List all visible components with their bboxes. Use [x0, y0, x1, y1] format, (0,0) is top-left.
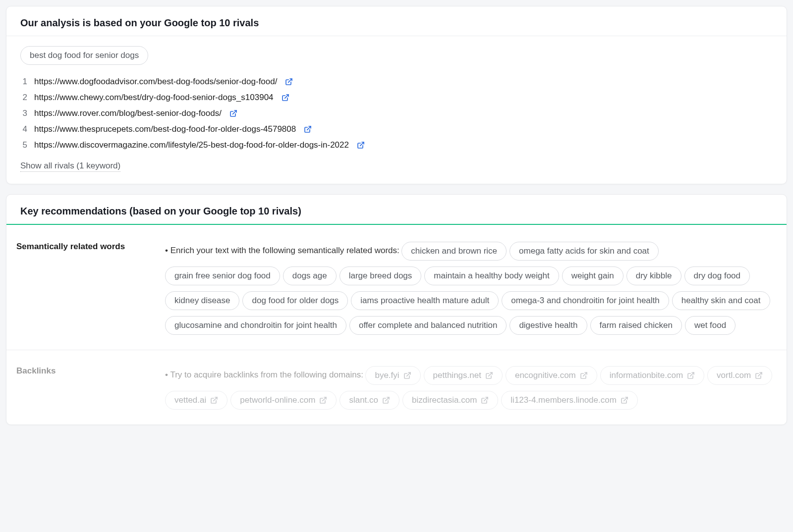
rivals-list: 1https://www.dogfoodadvisor.com/best-dog…: [20, 74, 773, 153]
backlink-domain-pill[interactable]: petthings.net: [424, 366, 503, 385]
backlink-domain-pill[interactable]: vetted.ai: [165, 391, 227, 410]
backlink-domain-text: bizdirectasia.com: [412, 395, 477, 405]
analysis-card: Our analysis is based on your Google top…: [6, 6, 787, 184]
backlinks-label: Backlinks: [16, 363, 165, 376]
backlink-domain-pill[interactable]: li123-4.members.linode.com: [501, 391, 638, 410]
backlinks-lead: Try to acquire backlinks from the follow…: [165, 370, 363, 379]
external-link-icon[interactable]: [621, 396, 628, 404]
semantic-row: Semantically related words Enrich your t…: [6, 235, 787, 350]
backlink-domain-pill[interactable]: encognitive.com: [506, 366, 597, 385]
external-link-icon[interactable]: [304, 125, 312, 133]
semantic-word-pill[interactable]: healthy skin and coat: [672, 291, 770, 310]
rival-url[interactable]: https://www.discovermagazine.com/lifesty…: [34, 140, 349, 150]
rival-number: 3: [20, 108, 27, 118]
semantic-lead: Enrich your text with the following sema…: [165, 246, 399, 255]
external-link-icon[interactable]: [403, 372, 411, 379]
backlink-domain-pill[interactable]: bizdirectasia.com: [402, 391, 498, 410]
external-link-icon[interactable]: [485, 372, 493, 379]
semantic-word-pill[interactable]: maintain a healthy body weight: [424, 266, 559, 285]
rival-row: 3https://www.rover.com/blog/best-senior-…: [20, 106, 773, 121]
backlink-domain-text: vetted.ai: [174, 395, 206, 405]
semantic-word-pill[interactable]: grain free senior dog food: [165, 266, 280, 285]
semantic-word-pill[interactable]: dog food for older dogs: [242, 291, 348, 310]
external-link-icon[interactable]: [285, 78, 293, 86]
rival-row: 2https://www.chewy.com/best/dry-dog-food…: [20, 90, 773, 106]
backlink-domain-pill[interactable]: petworld-online.com: [230, 391, 337, 410]
backlink-domain-text: vortl.com: [717, 371, 751, 380]
semantic-word-pill[interactable]: dry dog food: [684, 266, 750, 285]
external-link-icon[interactable]: [580, 372, 588, 379]
backlink-domain-text: petthings.net: [433, 371, 481, 380]
recommendations-title: Key recommendations (based on your Googl…: [20, 206, 773, 217]
rival-number: 5: [20, 140, 27, 150]
external-link-icon[interactable]: [357, 141, 365, 149]
semantic-word-pill[interactable]: weight gain: [562, 266, 623, 285]
semantic-word-pill[interactable]: digestive health: [510, 316, 587, 335]
rival-row: 1https://www.dogfoodadvisor.com/best-dog…: [20, 74, 773, 90]
rival-row: 5https://www.discovermagazine.com/lifest…: [20, 137, 773, 153]
semantic-word-pill[interactable]: iams proactive health mature adult: [351, 291, 499, 310]
semantic-word-pill[interactable]: glucosamine and chondroitin for joint he…: [165, 316, 346, 335]
semantic-word-pill[interactable]: large breed dogs: [340, 266, 422, 285]
external-link-icon[interactable]: [229, 109, 237, 117]
backlink-domain-text: petworld-online.com: [240, 395, 315, 405]
recommendations-card: Key recommendations (based on your Googl…: [6, 194, 787, 425]
backlink-domain-text: informationbite.com: [610, 371, 683, 380]
backlink-domain-pill[interactable]: bye.fyi: [365, 366, 420, 385]
backlink-domain-pill[interactable]: informationbite.com: [600, 366, 704, 385]
semantic-word-pill[interactable]: offer complete and balanced nutrition: [349, 316, 507, 335]
backlink-domain-pill[interactable]: vortl.com: [707, 366, 772, 385]
rival-number: 4: [20, 124, 27, 134]
analysis-title: Our analysis is based on your Google top…: [20, 17, 773, 29]
semantic-word-pill[interactable]: kidney disease: [165, 291, 239, 310]
backlink-domain-text: encognitive.com: [515, 371, 576, 380]
external-link-icon[interactable]: [210, 396, 218, 404]
external-link-icon[interactable]: [319, 396, 327, 404]
semantic-word-pill[interactable]: omega-3 and chondroitin for joint health: [502, 291, 669, 310]
keyword-chip[interactable]: best dog food for senior dogs: [20, 46, 148, 65]
backlinks-row: Backlinks Try to acquire backlinks from …: [6, 359, 787, 425]
backlink-domain-pill[interactable]: slant.co: [340, 391, 399, 410]
external-link-icon[interactable]: [687, 372, 695, 379]
backlink-domain-text: bye.fyi: [375, 371, 399, 380]
rival-url[interactable]: https://www.thesprucepets.com/best-dog-f…: [34, 124, 296, 134]
rival-url[interactable]: https://www.chewy.com/best/dry-dog-food-…: [34, 93, 274, 103]
rival-url[interactable]: https://www.rover.com/blog/best-senior-d…: [34, 108, 222, 118]
semantic-word-pill[interactable]: chicken and brown rice: [401, 242, 507, 261]
external-link-icon[interactable]: [382, 396, 390, 404]
semantic-pills: chicken and brown riceomega fatty acids …: [165, 246, 773, 329]
rival-url[interactable]: https://www.dogfoodadvisor.com/best-dog-…: [34, 77, 277, 87]
external-link-icon[interactable]: [282, 94, 289, 102]
semantic-word-pill[interactable]: farm raised chicken: [590, 316, 682, 335]
rival-row: 4https://www.thesprucepets.com/best-dog-…: [20, 121, 773, 137]
rival-number: 2: [20, 93, 27, 103]
semantic-word-pill[interactable]: wet food: [685, 316, 736, 335]
divider: [6, 350, 787, 350]
rival-number: 1: [20, 77, 27, 87]
show-all-rivals-link[interactable]: Show all rivals (1 keyword): [20, 161, 120, 172]
external-link-icon[interactable]: [481, 396, 489, 404]
semantic-word-pill[interactable]: dry kibble: [626, 266, 681, 285]
semantic-word-pill[interactable]: omega fatty acids for skin and coat: [510, 242, 659, 261]
semantic-label: Semantically related words: [16, 239, 165, 252]
backlink-domain-text: slant.co: [349, 395, 378, 405]
semantic-word-pill[interactable]: dogs age: [283, 266, 337, 285]
backlink-domain-text: li123-4.members.linode.com: [510, 395, 617, 405]
external-link-icon[interactable]: [755, 372, 763, 379]
